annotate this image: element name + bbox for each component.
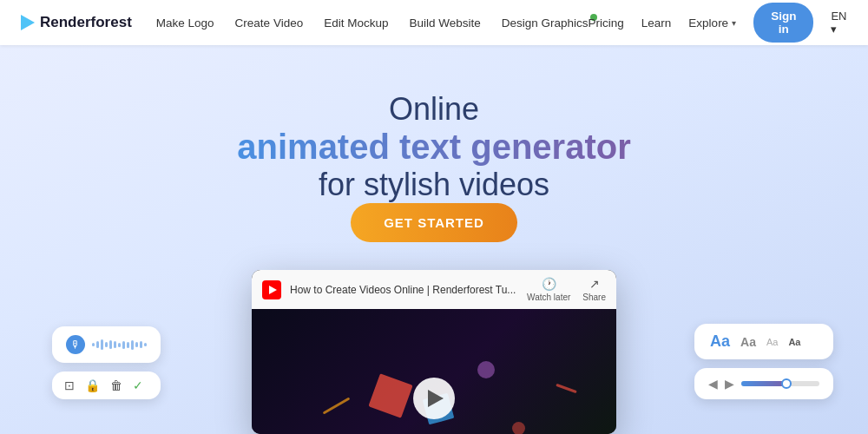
wave-bar [135, 342, 138, 347]
wave-bar [109, 340, 112, 349]
check-icon[interactable]: ✓ [133, 378, 143, 392]
arrow-left-icon[interactable]: ◀ [708, 377, 718, 391]
wave-bar [96, 341, 99, 348]
navbar: Renderforest Make Logo Create Video Edit… [0, 0, 868, 45]
share-icon: ↗ [589, 277, 600, 291]
logo[interactable]: Renderforest [21, 14, 132, 31]
nav-right: Pricing Learn Explore ▾ Sign in EN ▾ [589, 3, 847, 43]
watch-later-icon: 🕐 [542, 277, 556, 291]
slider-thumb[interactable] [781, 378, 792, 389]
video-body[interactable] [252, 309, 616, 434]
hero-section: Online animated text generator for styli… [0, 45, 868, 434]
text-aa-xsmall: Aa [788, 337, 800, 347]
language-selector[interactable]: EN ▾ [831, 10, 847, 36]
wave-bar [122, 341, 125, 349]
tools-card: ⊡ 🔒 🗑 ✓ [52, 372, 161, 399]
particle-5 [323, 398, 351, 415]
nav-create-video[interactable]: Create Video [235, 16, 304, 30]
video-header: How to Create Videos Online | Renderfore… [252, 270, 616, 309]
get-started-button[interactable]: GET STARTED [351, 203, 517, 242]
wave-bar [127, 342, 129, 348]
wave-bar [105, 342, 108, 347]
lock-icon[interactable]: 🔒 [85, 378, 100, 392]
particle-4 [512, 422, 525, 434]
chevron-down-icon: ▾ [732, 18, 736, 28]
slider-track[interactable] [741, 381, 819, 386]
slider-card: ◀ ▶ [694, 368, 833, 399]
nav-learn[interactable]: Learn [641, 16, 672, 30]
wave-bar [131, 340, 134, 350]
mic-card: 🎙 [52, 326, 161, 363]
nav-design-graphics[interactable]: Design Graphics [502, 16, 589, 30]
logo-icon [21, 15, 35, 30]
wave-bar [140, 341, 142, 348]
hero-title-line1: Online [389, 90, 479, 128]
float-right-widgets: Aa Aa Aa Aa ◀ ▶ [694, 324, 833, 399]
arrow-right-icon[interactable]: ▶ [725, 377, 734, 391]
crop-icon[interactable]: ⊡ [64, 378, 75, 392]
wave-bar [144, 343, 147, 346]
trash-icon[interactable]: 🗑 [110, 378, 122, 392]
font-size-card: Aa Aa Aa Aa [694, 324, 833, 359]
text-aa-large: Aa [710, 332, 730, 351]
video-preview: How to Create Videos Online | Renderfore… [252, 270, 616, 434]
hero-title-line2: animated text generator [237, 128, 630, 167]
text-aa-small: Aa [766, 337, 778, 347]
nav-explore[interactable]: Explore ▾ [688, 16, 736, 30]
play-triangle-icon [428, 390, 444, 407]
logo-text: Renderforest [40, 14, 132, 31]
share-button[interactable]: ↗ Share [582, 277, 606, 302]
watch-later-button[interactable]: 🕐 Watch later [527, 277, 570, 302]
particle-3 [477, 361, 495, 378]
wave-bar [92, 343, 95, 346]
particle-1 [368, 374, 412, 418]
float-left-widgets: 🎙 ⊡ 🔒 🗑 ✓ [52, 326, 161, 399]
microphone-icon: 🎙 [66, 335, 85, 354]
text-aa-medium: Aa [740, 335, 756, 349]
video-play-button[interactable] [413, 378, 455, 419]
wave-bar [114, 341, 116, 348]
nav-edit-mockup[interactable]: Edit Mockup [324, 16, 388, 30]
nav-pricing[interactable]: Pricing [589, 16, 624, 30]
particle-6 [556, 384, 577, 393]
nav-links: Make Logo Create Video Edit Mockup Build… [156, 16, 589, 30]
hero-title-line3: for stylish videos [319, 167, 549, 203]
nav-build-website[interactable]: Build Website [409, 16, 480, 30]
waveform [92, 339, 147, 351]
video-actions: 🕐 Watch later ↗ Share [527, 277, 606, 302]
nav-make-logo[interactable]: Make Logo [156, 16, 214, 30]
video-title: How to Create Videos Online | Renderfore… [290, 284, 518, 296]
wave-bar [118, 343, 121, 347]
youtube-icon [262, 280, 281, 299]
signin-button[interactable]: Sign in [753, 3, 813, 43]
wave-bar [101, 339, 103, 350]
